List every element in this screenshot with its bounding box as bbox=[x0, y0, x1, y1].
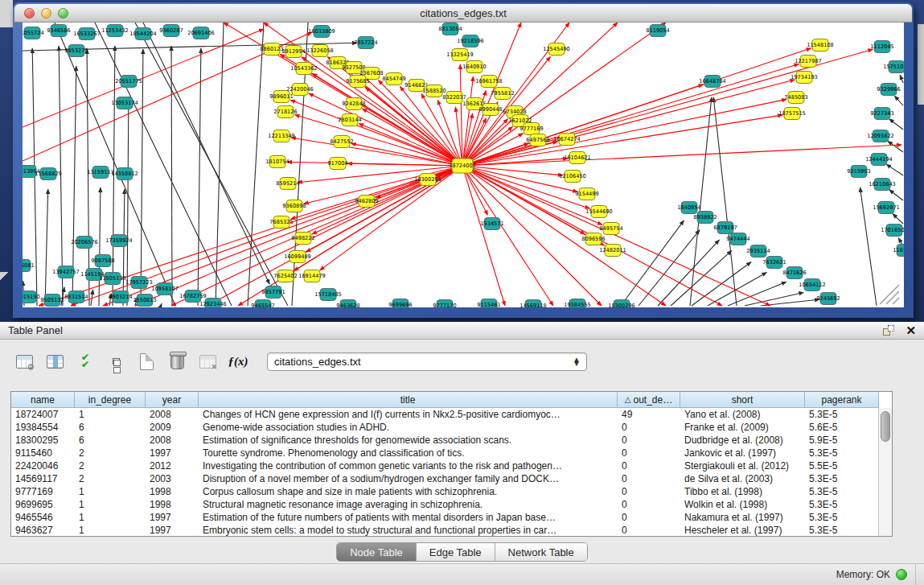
network-node[interactable]: 9465547 bbox=[251, 300, 274, 308]
network-node[interactable]: 8495754 bbox=[599, 223, 622, 235]
network-node[interactable]: 18544204 bbox=[129, 28, 157, 40]
network-node[interactable]: 9777170 bbox=[433, 300, 456, 308]
column-header-name[interactable]: name bbox=[11, 392, 75, 408]
black-edge[interactable] bbox=[889, 119, 903, 130]
black-edge[interactable] bbox=[198, 48, 201, 306]
network-node[interactable]: 18757515 bbox=[778, 108, 806, 120]
table-settings-button[interactable]: ⚙ bbox=[13, 351, 35, 372]
network-node[interactable]: 13226058 bbox=[306, 45, 334, 57]
show-columns-button[interactable] bbox=[43, 351, 66, 372]
network-node[interactable]: 9215953 bbox=[847, 166, 870, 178]
red-edge[interactable] bbox=[171, 166, 462, 306]
red-edge[interactable] bbox=[23, 29, 264, 127]
network-node[interactable]: 7632621 bbox=[762, 257, 786, 269]
network-node[interactable]: 10654112 bbox=[799, 279, 826, 291]
red-edge[interactable] bbox=[291, 138, 462, 166]
function-builder-button[interactable]: ƒ(x) bbox=[227, 351, 249, 372]
float-panel-icon[interactable] bbox=[883, 325, 894, 336]
tab-edge-table[interactable]: Edge Table bbox=[417, 543, 495, 561]
network-node[interactable]: 7550813 bbox=[133, 295, 156, 307]
resize-grip-icon[interactable] bbox=[893, 298, 899, 304]
network-node[interactable]: 9498222 bbox=[291, 233, 314, 245]
network-node[interactable]: 8938922 bbox=[693, 212, 717, 224]
black-edge[interactable] bbox=[728, 282, 786, 306]
black-edge[interactable] bbox=[713, 97, 737, 306]
network-node[interactable]: 14569118 bbox=[519, 300, 547, 308]
black-edge[interactable] bbox=[888, 141, 903, 152]
network-node[interactable]: 15718485 bbox=[314, 289, 342, 301]
network-node[interactable]: 9245652 bbox=[816, 293, 840, 305]
table-scrollbar[interactable] bbox=[878, 408, 892, 536]
network-node[interactable]: 9346586 bbox=[47, 25, 70, 37]
network-node[interactable]: 8454749 bbox=[382, 73, 405, 85]
network-node[interactable]: 2718126 bbox=[273, 106, 297, 118]
network-node[interactable]: 13053174 bbox=[111, 97, 138, 109]
network-node[interactable]: 9857791 bbox=[261, 286, 285, 299]
network-node[interactable]: 9097588 bbox=[91, 255, 114, 267]
network-node[interactable]: 13159111 bbox=[87, 167, 114, 179]
black-edge[interactable] bbox=[658, 240, 719, 306]
black-edge[interactable] bbox=[161, 303, 162, 306]
network-node[interactable]: 8471626 bbox=[782, 267, 806, 279]
network-node[interactable]: 9242848 bbox=[342, 98, 365, 110]
black-edge[interactable] bbox=[894, 96, 903, 105]
red-edge[interactable] bbox=[39, 166, 462, 306]
network-node[interactable]: 19734193 bbox=[791, 72, 818, 84]
network-node[interactable]: 8912954 bbox=[281, 46, 305, 58]
black-edge[interactable] bbox=[248, 23, 264, 306]
network-node[interactable]: 18300296 bbox=[608, 300, 635, 308]
close-panel-icon[interactable]: ✕ bbox=[906, 324, 916, 336]
network-node[interactable]: 1640910 bbox=[462, 61, 486, 73]
network-node[interactable]: 20691406 bbox=[187, 27, 215, 39]
network-node[interactable]: 12093822 bbox=[867, 130, 894, 142]
network-node[interactable]: 13325419 bbox=[446, 49, 474, 61]
network-node[interactable]: 2935114 bbox=[746, 245, 770, 257]
network-node[interactable]: 12545490 bbox=[543, 43, 570, 56]
table-row[interactable]: 977716911998Corpus callosum shape and si… bbox=[11, 485, 878, 498]
column-header-pagerank[interactable]: pagerank bbox=[805, 392, 879, 408]
resize-grip-icon[interactable] bbox=[886, 291, 899, 304]
table-row[interactable]: 1830029562008Estimation of significance … bbox=[11, 434, 878, 447]
network-node[interactable]: 1055724 bbox=[23, 27, 44, 39]
red-edge[interactable] bbox=[290, 166, 462, 219]
black-edge[interactable] bbox=[893, 214, 903, 224]
import-table-button[interactable]: ✕ bbox=[196, 351, 219, 372]
network-node[interactable]: 19384555 bbox=[564, 299, 591, 308]
network-node[interactable]: 8119054 bbox=[646, 25, 669, 37]
network-node[interactable]: 11548108 bbox=[807, 39, 834, 51]
network-node[interactable]: 11253432 bbox=[101, 25, 129, 37]
network-node[interactable]: 12482011 bbox=[599, 245, 626, 257]
tab-node-table[interactable]: Node Table bbox=[337, 543, 417, 561]
network-node[interactable]: 18724007 bbox=[449, 159, 476, 173]
network-node[interactable]: 6879197 bbox=[713, 222, 737, 234]
network-node[interactable]: 1112045 bbox=[870, 41, 893, 53]
table-row[interactable]: 911546021997Tourette syndrome. Phenomeno… bbox=[11, 447, 878, 459]
network-node[interactable]: 15544690 bbox=[585, 206, 613, 218]
network-node[interactable]: 13942757 bbox=[52, 266, 80, 278]
table-row[interactable]: 1872400712008Changes of HCN gene express… bbox=[11, 408, 878, 421]
network-node[interactable]: 20206576 bbox=[71, 237, 98, 249]
network-node[interactable]: 12444194 bbox=[865, 154, 893, 166]
network-node[interactable]: 19218596 bbox=[457, 35, 484, 47]
network-node[interactable]: 9227343 bbox=[870, 108, 893, 120]
column-header-title[interactable]: title bbox=[199, 392, 618, 408]
network-node[interactable]: 8813054 bbox=[438, 23, 462, 35]
network-node[interactable]: 10958107 bbox=[151, 283, 179, 295]
network-node[interactable]: 9699696 bbox=[388, 299, 412, 308]
table-selector-dropdown[interactable]: citations_edges.txt ▲▼ bbox=[267, 352, 587, 371]
network-node[interactable]: 16104621 bbox=[564, 152, 591, 164]
resize-grip-left[interactable] bbox=[0, 272, 8, 282]
black-edge[interactable] bbox=[889, 190, 903, 200]
black-edge[interactable] bbox=[886, 164, 903, 175]
table-row[interactable]: 946362711997Embryonic stem cells: a mode… bbox=[11, 524, 878, 536]
new-table-button[interactable] bbox=[135, 351, 158, 372]
network-node[interactable]: 7857224 bbox=[354, 37, 377, 49]
network-node[interactable]: 9329966 bbox=[877, 84, 900, 96]
network-node[interactable]: 17016504 bbox=[881, 225, 904, 237]
red-edge[interactable] bbox=[304, 166, 462, 204]
network-node[interactable]: 1810754 bbox=[265, 156, 289, 168]
black-edge[interactable] bbox=[99, 187, 101, 306]
network-node[interactable]: 8427552 bbox=[330, 136, 353, 148]
table-row[interactable]: 1938455462009Genome-wide association stu… bbox=[11, 421, 878, 434]
red-edge[interactable] bbox=[462, 166, 666, 306]
